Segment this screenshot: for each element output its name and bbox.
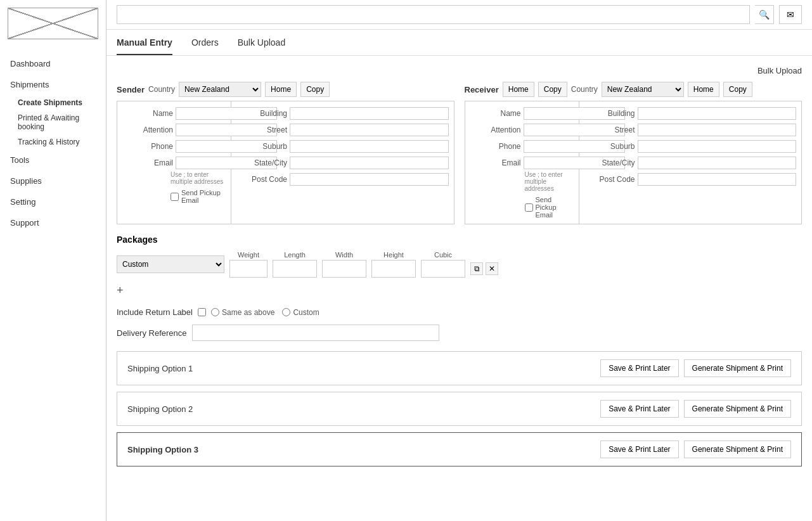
- sender-pickup-label: Send Pickup Email: [181, 189, 226, 204]
- receiver-label: Receiver: [465, 85, 499, 94]
- receiver-pickup-checkbox[interactable]: [525, 203, 533, 212]
- sidebar-item-dashboard[interactable]: Dashboard: [0, 53, 106, 74]
- width-label: Width: [335, 251, 353, 259]
- sidebar-item-support[interactable]: Support: [0, 212, 106, 233]
- sender-suburb-input[interactable]: [290, 140, 449, 153]
- topbar: 🔍 ✉: [106, 0, 812, 30]
- package-type-select[interactable]: Custom Box Satchel Pallet: [117, 255, 224, 273]
- receiver-street-input[interactable]: [638, 124, 797, 136]
- sender-street-label: Street: [236, 125, 287, 134]
- packages-title: Packages: [117, 235, 802, 245]
- sender-suburb-row: Suburb: [236, 139, 449, 153]
- weight-group: Weight: [229, 251, 267, 278]
- return-custom-label: Custom: [293, 308, 319, 317]
- sender-form-panels: Name Attention Phone Email: [117, 101, 454, 224]
- sidebar-item-supplies[interactable]: Supplies: [0, 170, 106, 191]
- receiver-postcode-row: Post Code: [584, 172, 797, 186]
- receiver-postcode-input[interactable]: [638, 173, 797, 186]
- sidebar-item-shipments[interactable]: Shipments: [0, 74, 106, 95]
- sender-statecity-input[interactable]: [290, 157, 449, 169]
- shipping-option-3-save-button[interactable]: Save & Print Later: [600, 441, 678, 458]
- return-custom-radio[interactable]: [282, 308, 290, 316]
- sender-header: Sender Country New Zealand Australia Uni…: [117, 82, 454, 97]
- sender-home-button[interactable]: Home: [265, 82, 297, 97]
- receiver-email-hint: Use ; to enter multiple addresses: [525, 171, 574, 192]
- sidebar-item-setting[interactable]: Setting: [0, 191, 106, 212]
- search-icon[interactable]: 🔍: [755, 5, 774, 24]
- shipping-option-1-save-button[interactable]: Save & Print Later: [600, 359, 678, 377]
- sender-attention-row: Attention: [122, 123, 226, 137]
- sender-street-input[interactable]: [290, 124, 449, 136]
- sender-country-label: Country: [148, 85, 175, 94]
- add-package-button[interactable]: +: [117, 284, 124, 297]
- return-same-label: Same as above: [222, 308, 274, 317]
- cubic-label: Cubic: [434, 251, 452, 259]
- receiver-phone-label: Phone: [470, 142, 521, 151]
- sender-email-hint: Use ; to enter multiple addresses: [171, 171, 226, 185]
- mail-icon[interactable]: ✉: [779, 5, 802, 24]
- shipping-option-1-name: Shipping Option 1: [127, 364, 193, 373]
- packages-section: Packages Custom Box Satchel Pallet Weigh…: [117, 235, 802, 297]
- tab-manual-entry[interactable]: Manual Entry: [117, 37, 172, 55]
- shipping-option-2: Shipping Option 2 Save & Print Later Gen…: [117, 392, 802, 426]
- shipping-option-3-name: Shipping Option 3: [127, 445, 198, 454]
- bulk-upload-link[interactable]: Bulk Upload: [117, 66, 802, 75]
- receiver-home-button-2[interactable]: Home: [688, 82, 719, 97]
- shipping-option-3-generate-button[interactable]: Generate Shipment & Print: [684, 441, 791, 458]
- return-label-checkbox[interactable]: [198, 308, 206, 316]
- length-input[interactable]: [273, 260, 317, 278]
- receiver-building-label: Building: [584, 109, 635, 118]
- shipping-option-2-generate-button[interactable]: Generate Shipment & Print: [684, 400, 791, 418]
- receiver-copy-button-2[interactable]: Copy: [723, 82, 752, 97]
- sender-postcode-label: Post Code: [236, 175, 287, 184]
- receiver-left-panel: Name Attention Phone Email: [465, 101, 579, 224]
- receiver-building-input[interactable]: [638, 107, 797, 120]
- width-group: Width: [322, 251, 366, 278]
- sender-email-label: Email: [122, 158, 173, 167]
- shipping-options-section: Shipping Option 1 Save & Print Later Gen…: [117, 351, 802, 466]
- sidebar-item-create-shipments[interactable]: Create Shipments: [0, 95, 106, 110]
- sidebar: Dashboard Shipments Create Shipments Pri…: [0, 0, 106, 521]
- sender-postcode-input[interactable]: [290, 173, 449, 186]
- receiver-country-select[interactable]: New Zealand Australia United Kingdom Uni…: [602, 82, 684, 97]
- cubic-input[interactable]: [421, 260, 465, 278]
- receiver-copy-button[interactable]: Copy: [538, 82, 567, 97]
- sender-pickup-checkbox[interactable]: [171, 193, 179, 201]
- return-same-radio[interactable]: [211, 308, 219, 316]
- shipping-option-1-actions: Save & Print Later Generate Shipment & P…: [600, 359, 791, 377]
- search-input[interactable]: [117, 5, 750, 24]
- sidebar-item-tracking-history[interactable]: Tracking & History: [0, 134, 106, 150]
- height-input[interactable]: [371, 260, 416, 278]
- shipping-option-2-name: Shipping Option 2: [127, 404, 193, 414]
- receiver-home-button[interactable]: Home: [503, 82, 534, 97]
- receiver-attention-row: Attention: [470, 123, 574, 137]
- receiver-suburb-input[interactable]: [638, 140, 797, 153]
- sender-name-row: Name: [122, 106, 226, 120]
- packages-row: Custom Box Satchel Pallet Weight Length …: [117, 251, 802, 278]
- receiver-pickup-row: Send Pickup Email: [525, 196, 574, 219]
- shipping-option-2-save-button[interactable]: Save & Print Later: [600, 400, 678, 418]
- package-delete-icon[interactable]: ✕: [486, 262, 498, 275]
- receiver-street-label: Street: [584, 125, 635, 134]
- receiver-statecity-row: State/City: [584, 156, 797, 170]
- sender-building-input[interactable]: [290, 107, 449, 120]
- package-copy-icon[interactable]: ⧉: [470, 262, 483, 275]
- tab-orders[interactable]: Orders: [191, 37, 219, 55]
- delivery-reference-row: Delivery Reference: [117, 325, 802, 341]
- sidebar-item-printed-awaiting[interactable]: Printed & Awaiting booking: [0, 110, 106, 134]
- sender-suburb-label: Suburb: [236, 142, 287, 151]
- height-group: Height: [371, 251, 416, 278]
- receiver-statecity-label: State/City: [584, 158, 635, 167]
- sender-country-select[interactable]: New Zealand Australia United Kingdom Uni…: [179, 82, 261, 97]
- receiver-statecity-input[interactable]: [638, 157, 797, 169]
- receiver-header: Receiver Home Copy Country New Zealand A…: [465, 82, 802, 97]
- delivery-reference-input[interactable]: [192, 325, 439, 341]
- weight-input[interactable]: [229, 260, 267, 278]
- shipping-option-1-generate-button[interactable]: Generate Shipment & Print: [684, 359, 791, 377]
- sidebar-item-tools[interactable]: Tools: [0, 150, 106, 170]
- width-input[interactable]: [322, 260, 366, 278]
- sender-copy-button[interactable]: Copy: [300, 82, 330, 97]
- sender-name-label: Name: [122, 109, 173, 118]
- tab-bulk-upload[interactable]: Bulk Upload: [238, 37, 286, 55]
- receiver-country-label: Country: [571, 85, 598, 94]
